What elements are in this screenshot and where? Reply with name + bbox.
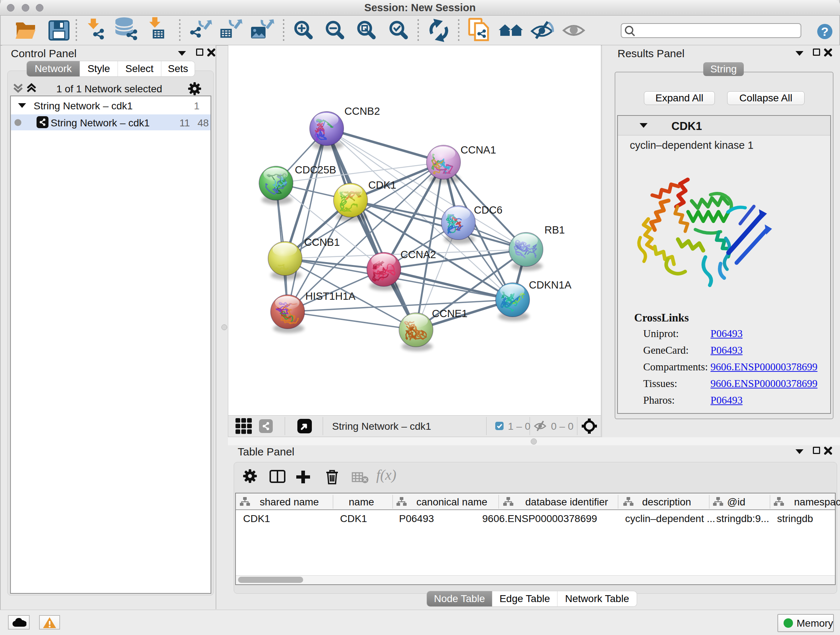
- svg-text:HIST1H1A: HIST1H1A: [305, 290, 355, 302]
- svg-text:CDKN1A: CDKN1A: [529, 279, 572, 291]
- svg-text:CDK1: CDK1: [368, 179, 396, 191]
- svg-text:CDC25B: CDC25B: [295, 164, 336, 176]
- svg-text:CDC6: CDC6: [474, 204, 502, 216]
- svg-text:CCNA2: CCNA2: [401, 249, 436, 260]
- svg-text:CCNA1: CCNA1: [461, 144, 496, 156]
- svg-text:CCNB1: CCNB1: [304, 236, 340, 248]
- svg-text:RB1: RB1: [545, 224, 565, 236]
- svg-text:CCNE1: CCNE1: [432, 308, 467, 319]
- svg-text:CCNB2: CCNB2: [344, 105, 380, 117]
